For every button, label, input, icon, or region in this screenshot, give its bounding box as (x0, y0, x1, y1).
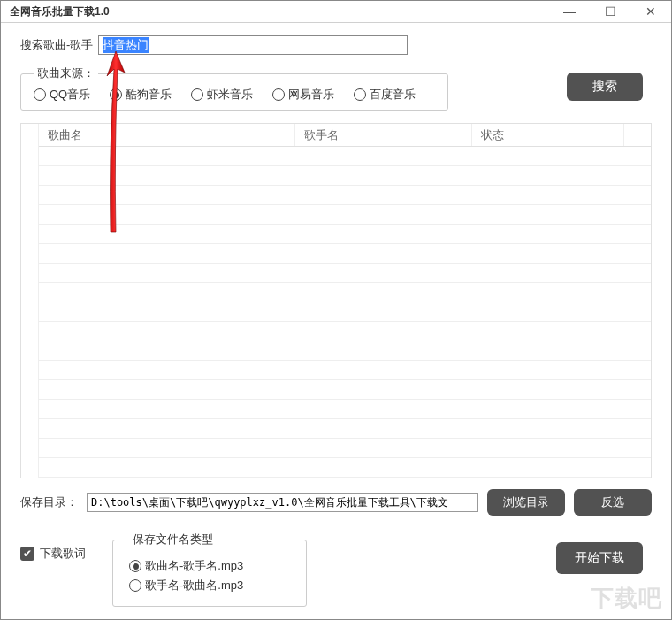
column-singer[interactable]: 歌手名 (295, 124, 472, 146)
row-select-column (21, 124, 39, 478)
source-option-label: 虾米音乐 (207, 87, 253, 103)
bottom-row: ✔ 下载歌词 保存文件名类型 歌曲名-歌手名.mp3 歌手名-歌曲名.mp3 开… (20, 532, 652, 607)
table-row (39, 147, 651, 166)
table-inner: 歌曲名 歌手名 状态 (39, 124, 651, 478)
radio-icon (272, 88, 285, 101)
filetype-option-label: 歌手名-歌曲名.mp3 (145, 578, 243, 593)
source-option-kugou[interactable]: 酷狗音乐 (110, 87, 172, 103)
download-lyrics-checkbox[interactable]: ✔ 下载歌词 (20, 546, 86, 562)
search-row: 搜索歌曲-歌手 抖音热门 (20, 35, 652, 55)
check-icon: ✔ (20, 547, 34, 561)
filetype-option-singer-song[interactable]: 歌手名-歌曲名.mp3 (129, 578, 290, 593)
search-button-wrap: 搜索 (567, 62, 652, 101)
filetype-option-song-singer[interactable]: 歌曲名-歌手名.mp3 (129, 558, 290, 574)
filename-type-legend: 保存文件名类型 (129, 532, 217, 547)
source-block: 歌曲来源： QQ音乐 酷狗音乐 虾米音乐 (20, 62, 652, 111)
source-option-label: 网易音乐 (288, 87, 334, 103)
column-song[interactable]: 歌曲名 (39, 124, 295, 146)
invert-select-button[interactable]: 反选 (574, 489, 652, 516)
source-option-label: 酷狗音乐 (126, 87, 172, 103)
radio-icon (110, 88, 122, 101)
radio-icon (191, 88, 203, 101)
table-row (39, 264, 651, 283)
table-row (39, 458, 651, 478)
content-area: 搜索歌曲-歌手 抖音热门 歌曲来源： QQ音乐 酷狗音乐 (1, 23, 671, 619)
table-body (39, 147, 651, 478)
search-input[interactable]: 抖音热门 (98, 35, 408, 55)
table-row (39, 341, 651, 361)
source-legend: 歌曲来源： (34, 65, 98, 81)
source-option-netease[interactable]: 网易音乐 (272, 87, 334, 103)
table-row (39, 439, 651, 458)
browse-button[interactable]: 浏览目录 (487, 489, 565, 516)
search-button[interactable]: 搜索 (567, 73, 643, 101)
table-row (39, 380, 651, 400)
save-label: 保存目录： (20, 494, 78, 510)
maximize-button[interactable]: ☐ (590, 1, 630, 22)
results-table[interactable]: 歌曲名 歌手名 状态 (20, 123, 652, 478)
source-radio-group: QQ音乐 酷狗音乐 虾米音乐 网易音乐 (34, 87, 435, 103)
save-row: 保存目录： 浏览目录 反选 (20, 489, 652, 516)
close-button[interactable]: ✕ (630, 1, 671, 22)
table-row (39, 419, 651, 439)
start-button-wrap: 开始下载 (556, 532, 652, 574)
save-path-input[interactable] (87, 493, 478, 512)
source-fieldset: 歌曲来源： QQ音乐 酷狗音乐 虾米音乐 (20, 65, 448, 111)
radio-icon (34, 88, 46, 101)
search-label: 搜索歌曲-歌手 (20, 37, 93, 53)
search-input-value: 抖音热门 (103, 37, 149, 53)
table-row (39, 186, 651, 205)
window-buttons: — ☐ ✕ (549, 1, 671, 22)
radio-icon (354, 88, 366, 101)
source-option-baidu[interactable]: 百度音乐 (354, 87, 416, 103)
table-row (39, 283, 651, 302)
radio-icon (129, 560, 141, 572)
column-status[interactable]: 状态 (472, 124, 624, 146)
start-download-button[interactable]: 开始下载 (556, 542, 643, 574)
filename-type-fieldset: 保存文件名类型 歌曲名-歌手名.mp3 歌手名-歌曲名.mp3 (112, 532, 307, 607)
app-window: 全网音乐批量下载1.0 — ☐ ✕ 搜索歌曲-歌手 抖音热门 歌曲来源： QQ音… (0, 0, 672, 620)
filetype-option-label: 歌曲名-歌手名.mp3 (145, 558, 243, 574)
table-row (39, 400, 651, 419)
source-option-label: 百度音乐 (370, 87, 416, 103)
table-row (39, 244, 651, 264)
table-row (39, 302, 651, 322)
table-row (39, 225, 651, 244)
table-row (39, 205, 651, 225)
source-option-label: QQ音乐 (50, 87, 90, 103)
download-lyrics-label: 下载歌词 (40, 546, 86, 562)
minimize-button[interactable]: — (549, 1, 590, 22)
source-option-xiami[interactable]: 虾米音乐 (191, 87, 253, 103)
titlebar: 全网音乐批量下载1.0 — ☐ ✕ (1, 1, 671, 23)
table-row (39, 166, 651, 186)
table-header: 歌曲名 歌手名 状态 (39, 124, 651, 147)
radio-icon (129, 579, 141, 592)
window-title: 全网音乐批量下载1.0 (10, 4, 110, 19)
table-row (39, 322, 651, 341)
table-row (39, 361, 651, 380)
column-extra (624, 124, 651, 146)
source-option-qq[interactable]: QQ音乐 (34, 87, 90, 103)
